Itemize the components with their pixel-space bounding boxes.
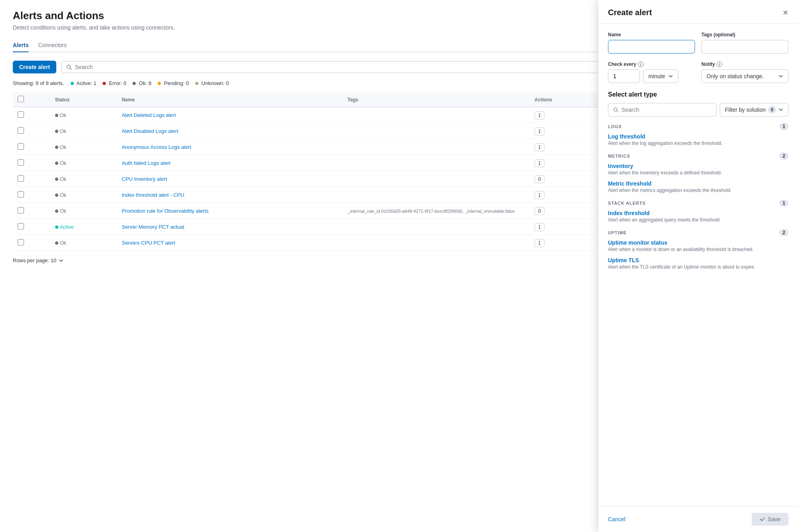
- row-checkbox[interactable]: [18, 191, 24, 198]
- category-name: UPTIME: [608, 230, 627, 235]
- cancel-button[interactable]: Cancel: [608, 513, 626, 526]
- check-notify-row: Check every i minute Notify i: [608, 61, 788, 83]
- row-actions: 1: [530, 107, 593, 123]
- row-actions: 1: [530, 123, 593, 139]
- tags-input[interactable]: [701, 40, 788, 53]
- alert-type-item[interactable]: Inventory Alert when the inventory excee…: [608, 163, 788, 176]
- check-every-group: Check every i minute: [608, 61, 695, 83]
- alert-category: STACK ALERTS 1 Index threshold Alert whe…: [608, 200, 788, 223]
- row-checkbox[interactable]: [18, 223, 24, 229]
- row-name[interactable]: Servers CPU PCT alert: [117, 235, 343, 251]
- notify-select[interactable]: Only on status change.: [701, 69, 788, 83]
- alert-category: UPTIME 2 Uptime monitor status Alert whe…: [608, 229, 788, 270]
- tab-alerts[interactable]: Alerts: [13, 39, 29, 52]
- row-actions: 1: [530, 155, 593, 171]
- row-name[interactable]: Auth failed Logs alert: [117, 155, 343, 171]
- check-every-label: Check every i: [608, 61, 695, 67]
- alert-category: METRICS 2 Inventory Alert when the inven…: [608, 152, 788, 193]
- category-name: LOGS: [608, 124, 622, 129]
- check-every-controls: minute: [608, 69, 695, 83]
- row-checkbox[interactable]: [18, 207, 24, 214]
- category-header: UPTIME 2: [608, 229, 788, 236]
- type-search-box[interactable]: [608, 103, 717, 117]
- panel-body: Name Tags (optional) Check every i: [598, 24, 798, 506]
- notify-group: Notify i Only on status change.: [701, 61, 788, 83]
- select-all-checkbox[interactable]: [18, 96, 24, 102]
- row-name[interactable]: CPU Inventory alert: [117, 171, 343, 187]
- alert-type-name[interactable]: Metric threshold: [608, 180, 788, 187]
- row-checkbox[interactable]: [18, 239, 24, 245]
- alert-type-item[interactable]: Log threshold Alert when the log aggrega…: [608, 133, 788, 146]
- check-every-input[interactable]: [608, 69, 640, 83]
- alert-type-item[interactable]: Index threshold Alert when an aggregated…: [608, 210, 788, 223]
- category-count: 1: [779, 123, 788, 130]
- row-status: Ok: [50, 235, 117, 251]
- col-actions: Actions: [530, 93, 593, 107]
- row-actions: 1: [530, 187, 593, 203]
- category-count: 2: [779, 152, 788, 160]
- row-name[interactable]: Server Memory PCT actual: [117, 219, 343, 235]
- name-input[interactable]: [608, 40, 695, 53]
- type-search-row: Filter by solution 0: [608, 103, 788, 117]
- notify-info-icon[interactable]: i: [717, 61, 722, 67]
- row-tags: [343, 219, 530, 235]
- alert-type-name[interactable]: Uptime TLS: [608, 257, 788, 263]
- row-name[interactable]: Promotion rule for Observability alerts: [117, 203, 343, 219]
- create-alert-panel: Create alert ✕ Name Tags (optional) C: [598, 0, 798, 532]
- close-panel-button[interactable]: ✕: [782, 9, 788, 16]
- row-checkbox[interactable]: [18, 175, 24, 182]
- row-name[interactable]: Index threshold alert - CPU: [117, 187, 343, 203]
- row-actions: 0: [530, 203, 593, 219]
- filter-solution-count: 0: [768, 106, 776, 114]
- category-header: LOGS 1: [608, 123, 788, 130]
- search-input[interactable]: [75, 64, 675, 70]
- alert-type-name[interactable]: Index threshold: [608, 210, 788, 216]
- row-name[interactable]: Alert Disabled Logs alert: [117, 123, 343, 139]
- category-name: STACK ALERTS: [608, 201, 646, 206]
- row-tags: [343, 139, 530, 155]
- row-checkbox[interactable]: [18, 127, 24, 134]
- search-box[interactable]: [61, 61, 680, 73]
- category-name: METRICS: [608, 154, 630, 158]
- save-button[interactable]: Save: [752, 513, 788, 526]
- create-alert-button[interactable]: Create alert: [13, 61, 56, 73]
- row-checkbox[interactable]: [18, 159, 24, 166]
- notify-label: Notify i: [701, 61, 788, 67]
- row-checkbox[interactable]: [18, 111, 24, 118]
- categories-container: LOGS 1 Log threshold Alert when the log …: [608, 123, 788, 270]
- row-tags: [343, 187, 530, 203]
- check-every-info-icon[interactable]: i: [638, 61, 644, 67]
- row-status: Active: [50, 219, 117, 235]
- alert-type-name[interactable]: Log threshold: [608, 133, 788, 140]
- alert-type-desc: Alert when the log aggregation exceeds t…: [608, 140, 788, 146]
- error-status: Error: 0: [103, 80, 126, 86]
- alert-type-section: Select alert type Filter by solution 0 L…: [608, 91, 788, 270]
- alert-type-desc: Alert when the TLS certificate of an Upt…: [608, 264, 788, 270]
- chevron-down-icon: [668, 74, 673, 79]
- chevron-down-icon: [778, 74, 783, 79]
- filter-by-solution-button[interactable]: Filter by solution 0: [720, 103, 788, 117]
- row-name[interactable]: Alert Deleted Logs alert: [117, 107, 343, 123]
- alert-type-name[interactable]: Inventory: [608, 163, 788, 169]
- row-tags: [343, 235, 530, 251]
- row-status: Ok: [50, 187, 117, 203]
- row-name[interactable]: Anonymous Access Logs alert: [117, 139, 343, 155]
- row-status: Ok: [50, 171, 117, 187]
- alert-type-name[interactable]: Uptime monitor status: [608, 239, 788, 246]
- alert-type-item[interactable]: Uptime TLS Alert when the TLS certificat…: [608, 257, 788, 270]
- row-status: Ok: [50, 139, 117, 155]
- category-count: 1: [779, 200, 788, 207]
- chevron-down-icon: [778, 107, 783, 112]
- tab-connectors[interactable]: Connectors: [38, 39, 67, 52]
- check-icon: [760, 516, 765, 522]
- svg-line-3: [617, 111, 618, 112]
- alert-type-item[interactable]: Metric threshold Alert when the metrics …: [608, 180, 788, 193]
- row-checkbox[interactable]: [18, 143, 24, 150]
- check-every-unit-select[interactable]: minute: [643, 69, 678, 83]
- type-search-input[interactable]: [622, 107, 711, 113]
- alert-category: LOGS 1 Log threshold Alert when the log …: [608, 123, 788, 146]
- row-status: Ok: [50, 155, 117, 171]
- active-status: Active: 1: [71, 80, 97, 86]
- alert-type-item[interactable]: Uptime monitor status Alert when a monit…: [608, 239, 788, 252]
- tags-field-group: Tags (optional): [701, 32, 788, 53]
